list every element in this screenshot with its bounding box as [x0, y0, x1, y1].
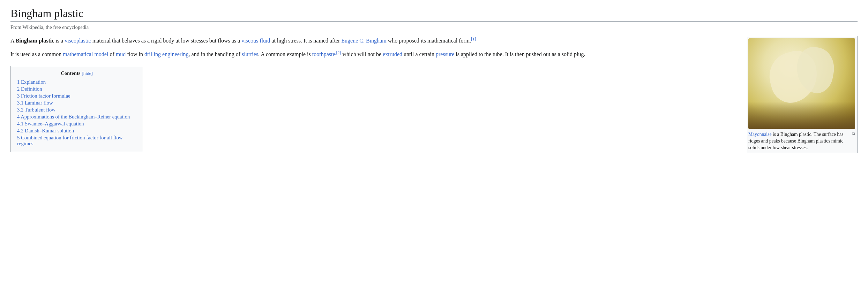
math-model-link[interactable]: mathematical model [63, 51, 108, 57]
intro-text-1: A [10, 38, 16, 44]
toc-sublist-4: 4.1 Swamee–Aggarwal equation 4.2 Danish–… [17, 121, 136, 134]
mayonnaise-image [748, 38, 855, 129]
slurries-link[interactable]: slurries [242, 51, 258, 57]
pressure-link[interactable]: pressure [436, 51, 454, 57]
figure-box: ⧉ Mayonnaise is a Bingham plastic. The s… [746, 36, 858, 153]
intro2-text-7: until a certain [402, 51, 436, 57]
main-content: A Bingham plastic is a viscoplastic mate… [10, 36, 738, 153]
intro2-text-5: . A common example is [258, 51, 312, 57]
intro-paragraph-1: A Bingham plastic is a viscoplastic mate… [10, 36, 738, 45]
toc-link-4-2[interactable]: 4.2 Danish–Kumar solution [17, 128, 74, 133]
intro2-text-3: flow in [126, 51, 144, 57]
expand-icon[interactable]: ⧉ [852, 131, 855, 137]
toothpaste-link[interactable]: toothpaste [312, 51, 335, 57]
mayonnaise-link[interactable]: Mayonnaise [748, 132, 771, 137]
toc-item-4-2: 4.2 Danish–Kumar solution [17, 128, 136, 134]
eugene-bingham-link[interactable]: Eugene C. Bingham [341, 38, 386, 44]
toc-item-5: 5 Combined equation for friction factor … [17, 135, 136, 147]
toc-sublist-3: 3.1 Laminar flow 3.2 Turbulent flow [17, 100, 136, 113]
intro2-text-1: It is used as a common [10, 51, 63, 57]
intro2-text-6: which will not be [341, 51, 383, 57]
toc-list: 1 Explanation 2 Definition 3 Friction fa… [17, 79, 136, 147]
intro2-text-8: is applied to the tube. It is then pushe… [454, 51, 585, 57]
sidebar: ⧉ Mayonnaise is a Bingham plastic. The s… [746, 36, 858, 153]
toc-item-2: 2 Definition [17, 86, 136, 92]
intro2-text-4: , and in the handling of [189, 51, 242, 57]
viscous-fluid-link[interactable]: viscous fluid [241, 38, 270, 44]
toc-item-1: 1 Explanation [17, 79, 136, 85]
toc-link-5[interactable]: 5 Combined equation for friction factor … [17, 135, 122, 146]
toc-title: Contents [hide] [17, 70, 136, 76]
ref-1[interactable]: [1] [471, 37, 476, 41]
intro-text-5: who proposed its mathematical form. [387, 38, 471, 44]
viscoplastic-link[interactable]: viscoplastic [65, 38, 91, 44]
toc-link-3-2[interactable]: 3.2 Turbulent flow [17, 107, 55, 113]
figure-caption: ⧉ Mayonnaise is a Bingham plastic. The s… [748, 131, 855, 151]
toc-item-3-1: 3.1 Laminar flow [17, 100, 136, 106]
toc-link-1[interactable]: 1 Explanation [17, 79, 46, 85]
page-subtitle: From Wikipedia, the free encyclopedia [10, 24, 858, 30]
toc-item-3: 3 Friction factor formulae 3.1 Laminar f… [17, 93, 136, 113]
toc-title-text: Contents [61, 70, 80, 76]
toc-item-3-2: 3.2 Turbulent flow [17, 107, 136, 113]
toc-hide-link[interactable]: [hide] [82, 71, 93, 76]
intro2-text-2: of [108, 51, 115, 57]
page-title: Bingham plastic [10, 7, 858, 22]
intro-text-2: is a [54, 38, 65, 44]
ref-2[interactable]: ,[2] [335, 50, 341, 55]
intro-text-3: material that behaves as a rigid body at… [91, 38, 241, 44]
intro-text-4: at high stress. It is named after [270, 38, 341, 44]
extruded-link[interactable]: extruded [383, 51, 402, 57]
toc-link-4[interactable]: 4 Approximations of the Buckingham–Reine… [17, 114, 130, 120]
toc-link-3-1[interactable]: 3.1 Laminar flow [17, 100, 53, 106]
toc-item-4: 4 Approximations of the Buckingham–Reine… [17, 114, 136, 134]
bingham-plastic-bold: Bingham plastic [16, 38, 54, 44]
mud-link[interactable]: mud [116, 51, 126, 57]
toc-link-2[interactable]: 2 Definition [17, 86, 42, 92]
toc-link-4-1[interactable]: 4.1 Swamee–Aggarwal equation [17, 121, 84, 126]
intro-paragraph-2: It is used as a common mathematical mode… [10, 49, 738, 59]
mayo-shadow [748, 102, 855, 129]
toc-link-3[interactable]: 3 Friction factor formulae [17, 93, 70, 99]
drilling-engineering-link[interactable]: drilling engineering [144, 51, 189, 57]
toc-item-4-1: 4.1 Swamee–Aggarwal equation [17, 121, 136, 127]
table-of-contents: Contents [hide] 1 Explanation 2 Definiti… [10, 66, 143, 152]
